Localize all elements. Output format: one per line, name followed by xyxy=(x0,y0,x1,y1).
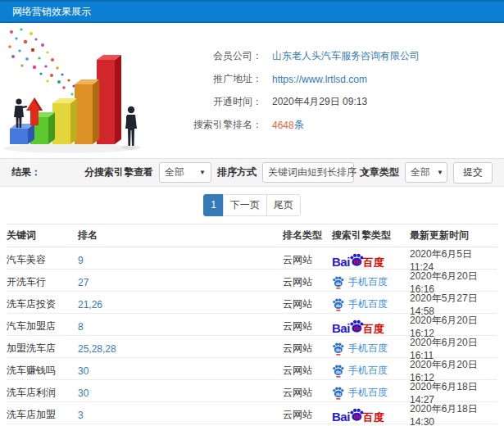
rank-count-unit: 条 xyxy=(294,118,304,132)
cell-engine: du 手机百度 xyxy=(332,342,410,356)
article-type-select[interactable]: 全部 ▼ xyxy=(405,162,447,183)
article-type-label: 文章类型 xyxy=(360,165,399,179)
baidu-mobile-logo: du 手机百度 xyxy=(332,275,410,289)
mobile-baidu-paw-icon: du xyxy=(332,298,344,311)
next-page-button[interactable]: 下一页 xyxy=(223,194,267,216)
chevron-down-icon: ▼ xyxy=(199,169,206,176)
baidu-pc-logo: Bai du 百度 xyxy=(332,253,410,268)
summary-section: 会员公司： 山东老人头汽车服务咨询有限公司 推广地址： https://www.… xyxy=(0,23,504,158)
header-keyword: 关键词 xyxy=(7,229,78,242)
baidu-mobile-logo: du 手机百度 xyxy=(332,364,410,378)
baidu-paw-icon: du xyxy=(349,253,364,267)
cell-engine: Bai du 百度 xyxy=(332,320,410,334)
table-row: 开洗车行 27 云网站 du 手机百度 2020年6月20日 16:16 xyxy=(7,270,497,292)
sort-filter-select[interactable]: 关键词由短到长排序 ▼ xyxy=(262,162,354,183)
page-title: 网络营销效果展示 xyxy=(12,5,91,19)
cell-keyword: 洗车店投资 xyxy=(7,297,78,311)
company-label: 会员公司： xyxy=(157,49,262,63)
mobile-baidu-label: 手机百度 xyxy=(348,342,388,356)
header-rank: 排名 xyxy=(78,229,283,242)
open-time-label: 开通时间： xyxy=(157,95,262,109)
mobile-baidu-paw-icon: du xyxy=(332,276,344,289)
cell-rank-type: 云网站 xyxy=(283,275,332,289)
svg-text:du: du xyxy=(336,280,341,285)
results-table: 关键词 排名 排名类型 搜索引擎类型 最新更新时间 汽车美容 9 云网站 Bai… xyxy=(0,224,504,424)
open-time-value: 2020年4月29日 09:13 xyxy=(272,95,367,109)
mobile-baidu-label: 手机百度 xyxy=(348,297,388,311)
article-type-value: 全部 xyxy=(411,165,430,179)
table-row: 洗车店加盟 3 云网站 Bai du 百度 2020年6月18日 14:30 xyxy=(7,402,497,424)
header-engine-type: 搜索引擎类型 xyxy=(332,229,410,242)
table-row: 洗车赚钱吗 30 云网站 du 手机百度 2020年6月20日 16:12 xyxy=(7,358,497,380)
engine-filter-select[interactable]: 全部 ▼ xyxy=(159,162,211,183)
rank-count-label: 搜索引擎排名： xyxy=(157,118,262,132)
cell-rank[interactable]: 21,26 xyxy=(78,299,283,310)
cell-engine: du 手机百度 xyxy=(332,297,410,311)
businessman-left xyxy=(14,98,27,128)
info-row-company: 会员公司： 山东老人头汽车服务咨询有限公司 xyxy=(157,45,479,68)
page-header: 网络营销效果展示 xyxy=(0,0,504,23)
cell-engine: du 手机百度 xyxy=(332,275,410,289)
cell-engine: du 手机百度 xyxy=(332,364,410,378)
sort-filter-value: 关键词由短到长排序 xyxy=(268,165,356,179)
growth-chart-image xyxy=(0,25,157,156)
cell-rank[interactable]: 30 xyxy=(78,387,283,399)
cell-rank[interactable]: 3 xyxy=(78,410,283,421)
cell-rank[interactable]: 30 xyxy=(78,365,283,377)
bar-chart-illustration xyxy=(0,25,157,156)
mobile-baidu-label: 手机百度 xyxy=(348,364,388,378)
cell-keyword: 汽车美容 xyxy=(7,253,78,267)
bar-red xyxy=(97,55,121,144)
person-shadow xyxy=(121,145,141,149)
results-label: 结果： xyxy=(11,165,41,179)
cell-rank[interactable]: 25,28,28 xyxy=(78,343,283,355)
table-row: 洗车店投资 21,26 云网站 du 手机百度 2020年5月27日 14:58 xyxy=(7,292,497,314)
cell-time: 2020年6月18日 14:30 xyxy=(410,402,497,426)
info-row-url: 推广地址： https://www.lrtlsd.com xyxy=(157,68,479,91)
company-link[interactable]: 山东老人头汽车服务咨询有限公司 xyxy=(272,49,420,63)
submit-button[interactable]: 提交 xyxy=(453,162,493,184)
promo-url-label: 推广地址： xyxy=(157,72,262,86)
chevron-down-icon: ▼ xyxy=(437,169,443,176)
cell-rank-type: 云网站 xyxy=(283,408,332,422)
page-number-current[interactable]: 1 xyxy=(203,194,224,216)
results-filter-bar: 结果： 分搜索引擎查看 全部 ▼ 排序方式 关键词由短到长排序 ▼ 文章类型 全… xyxy=(0,158,504,187)
svg-text:du: du xyxy=(353,414,360,419)
info-row-rank-count: 搜索引擎排名： 4648 条 xyxy=(157,114,479,137)
cell-rank-type: 云网站 xyxy=(283,386,332,400)
cell-keyword: 洗车店加盟 xyxy=(7,408,78,422)
baidu-bai-text: Bai xyxy=(332,410,350,423)
baidu-pc-logo: Bai du 百度 xyxy=(332,408,410,423)
cell-rank[interactable]: 8 xyxy=(78,321,283,333)
cell-rank-type: 云网站 xyxy=(283,342,332,356)
svg-text:du: du xyxy=(336,391,341,396)
last-page-button[interactable]: 尾页 xyxy=(266,194,301,216)
promo-url-link[interactable]: https://www.lrtlsd.com xyxy=(272,74,367,85)
engine-filter-value: 全部 xyxy=(165,165,184,179)
cell-keyword: 加盟洗车店 xyxy=(7,342,78,356)
cell-rank[interactable]: 27 xyxy=(78,277,283,288)
cell-engine: Bai du 百度 xyxy=(332,408,410,423)
cell-keyword: 汽车加盟店 xyxy=(7,320,78,333)
table-row: 加盟洗车店 25,28,28 云网站 du 手机百度 2020年6月20日 16… xyxy=(7,336,497,358)
baidu-mobile-logo: du 手机百度 xyxy=(332,342,410,356)
mobile-baidu-paw-icon: du xyxy=(332,365,344,378)
info-row-open-time: 开通时间： 2020年4月29日 09:13 xyxy=(157,91,479,114)
ground-shadow xyxy=(4,143,135,153)
baidu-du-text: 百度 xyxy=(363,324,384,334)
cell-rank-type: 云网站 xyxy=(283,364,332,378)
baidu-paw-icon: du xyxy=(349,408,364,422)
cell-keyword: 洗车店利润 xyxy=(7,386,78,400)
engine-filter-label: 分搜索引擎查看 xyxy=(84,165,153,179)
cell-rank-type: 云网站 xyxy=(283,297,332,311)
confetti-dots xyxy=(8,28,83,97)
baidu-paw-icon: du xyxy=(349,320,364,333)
bar-orange xyxy=(75,79,99,144)
cell-rank[interactable]: 9 xyxy=(78,255,283,266)
mobile-baidu-paw-icon: du xyxy=(332,387,344,400)
table-row: 汽车加盟店 8 云网站 Bai du 百度 2020年6月20日 16:12 xyxy=(7,314,497,336)
bar-blue xyxy=(10,124,34,144)
table-header-row: 关键词 排名 排名类型 搜索引擎类型 最新更新时间 xyxy=(7,224,497,247)
pagination: 1 下一页 尾页 xyxy=(0,194,504,216)
baidu-mobile-logo: du 手机百度 xyxy=(332,386,410,400)
